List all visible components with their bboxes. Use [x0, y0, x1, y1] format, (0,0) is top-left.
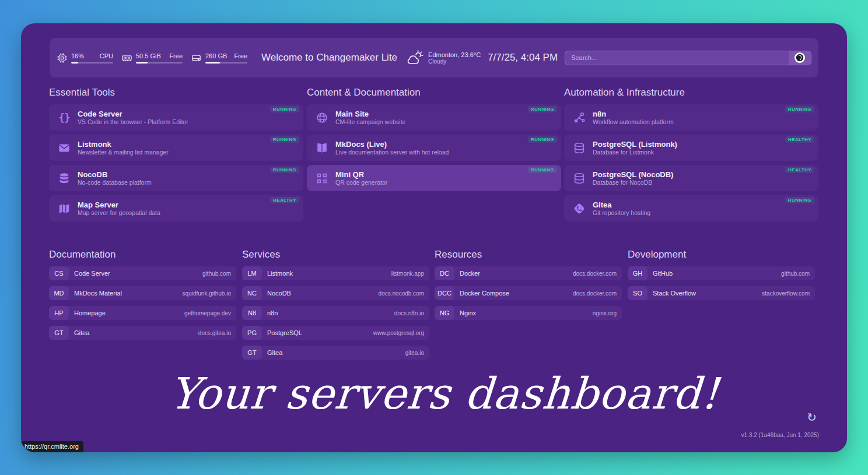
bookmark-url: gitea.io — [405, 350, 424, 356]
service-name: PostgreSQL (NocoDB) — [593, 170, 673, 179]
bookmark-link[interactable]: GHGitHubgithub.com — [628, 266, 815, 280]
search-input[interactable] — [565, 51, 789, 65]
dashboard-window: 16%CPU 50.5 GiBFree 260 GBFree Welcome t… — [21, 23, 847, 452]
service-card-map-server[interactable]: Map Server Map server for geospatial dat… — [49, 195, 303, 221]
memory-stat: 50.5 GiBFree — [121, 52, 183, 64]
bookmark-url: docs.docker.com — [573, 290, 617, 297]
service-description: Newsletter & mailing list manager — [78, 149, 169, 156]
service-name: Gitea — [593, 200, 650, 209]
bookmark-abbr: DCC — [435, 286, 454, 300]
service-name: Main Site — [335, 110, 405, 118]
bookmark-name: Listmonk — [267, 270, 293, 277]
memory-icon — [121, 52, 132, 64]
bookmarks-services: Services LMListmonklistmonk.app NCNocoDB… — [242, 249, 429, 365]
tagline-text: Your servers dashboard! — [168, 368, 641, 418]
bookmark-name: Nginx — [460, 309, 476, 316]
service-description: Database for Listmonk — [593, 149, 677, 156]
service-description: Git repository hosting — [593, 209, 650, 217]
service-card-n8n[interactable]: n8n Workflow automation platform RUNNING — [564, 104, 818, 131]
bookmark-link[interactable]: GTGiteagitea.io — [242, 346, 429, 360]
bookmark-abbr: N8 — [242, 306, 262, 320]
bookmark-link[interactable]: NCNocoDBdocs.nocodb.com — [242, 286, 429, 300]
bookmark-abbr: NC — [242, 286, 262, 300]
bookmarks-development: Development GHGitHubgithub.com SOStack O… — [628, 249, 815, 306]
bookmark-link[interactable]: DCCDocker Composedocs.docker.com — [435, 286, 622, 300]
bookmark-link[interactable]: DCDockerdocs.docker.com — [435, 266, 622, 280]
service-card-listmonk[interactable]: Listmonk Newsletter & mailing list manag… — [49, 135, 303, 161]
bookmark-link[interactable]: PGPostgreSQLwww.postgresql.org — [242, 326, 429, 340]
bookmark-name: Code Server — [74, 270, 110, 277]
bookmark-abbr: DC — [435, 266, 454, 280]
bookmark-link[interactable]: SOStack Overflowstackoverflow.com — [628, 286, 815, 300]
bookmark-link[interactable]: HPHomepagegethomepage.dev — [49, 306, 236, 320]
service-description: Database for NocoDB — [593, 179, 673, 187]
book-icon — [314, 142, 330, 154]
service-name: PostgreSQL (Listmonk) — [593, 140, 677, 149]
memory-value: 50.5 GiB — [136, 52, 161, 59]
bookmark-url: stackoverflow.com — [762, 290, 810, 297]
bookmark-link[interactable]: LMListmonklistmonk.app — [242, 266, 429, 280]
refresh-icon[interactable]: ↻ — [807, 411, 817, 423]
bookmark-url: docs.n8n.io — [394, 310, 424, 316]
service-name: n8n — [593, 110, 674, 118]
service-name: Code Server — [78, 110, 188, 118]
service-description: QR code generator — [335, 179, 387, 187]
bookmark-abbr: MD — [49, 286, 69, 300]
bookmark-name: PostgreSQL — [267, 329, 302, 336]
section-title: Essential Tools — [49, 87, 303, 98]
bookmark-link[interactable]: N8n8ndocs.n8n.io — [242, 306, 429, 320]
bookmark-name: GitHub — [653, 270, 673, 277]
cpu-stat: 16%CPU — [57, 52, 113, 64]
bookmark-name: Docker Compose — [460, 290, 509, 297]
braces-icon: {} — [57, 111, 72, 124]
bookmark-abbr: GT — [242, 346, 262, 360]
bookmark-link[interactable]: CSCode Servergithub.com — [49, 266, 236, 280]
bookmark-url: www.postgresql.org — [373, 330, 424, 336]
section-title: Content & Documentation — [307, 87, 561, 98]
database-icon — [572, 172, 587, 185]
bookmark-abbr: PG — [242, 326, 262, 340]
status-badge: RUNNING — [785, 197, 814, 203]
bookmark-link[interactable]: MDMkDocs Materialsquidfunk.github.io — [49, 286, 236, 300]
service-card-gitea[interactable]: Gitea Git repository hosting RUNNING — [564, 195, 818, 221]
disk-label: Free — [234, 52, 247, 59]
service-description: Map server for geospatial data — [78, 209, 160, 217]
bookmark-abbr: HP — [49, 306, 69, 320]
weather-widget[interactable]: Edmonton, 23.6°C Cloudy — [405, 50, 481, 66]
section-title: Documentation — [49, 249, 236, 260]
database-icon — [57, 172, 72, 185]
bookmark-url: docs.nocodb.com — [379, 290, 424, 297]
status-badge: RUNNING — [270, 167, 299, 173]
service-card-postgres-nocodb[interactable]: PostgreSQL (NocoDB) Database for NocoDB … — [564, 165, 818, 191]
globe-icon — [314, 111, 330, 124]
service-card-mkdocs[interactable]: MkDocs (Live) Live documentation server … — [307, 135, 561, 161]
service-card-main-site[interactable]: Main Site CM-lite campaign website RUNNI… — [307, 104, 561, 131]
bookmark-link[interactable]: GTGiteadocs.gitea.io — [49, 326, 236, 340]
duckduckgo-icon — [794, 52, 805, 63]
service-card-postgres-listmonk[interactable]: PostgreSQL (Listmonk) Database for Listm… — [564, 135, 818, 161]
bookmark-name: NocoDB — [267, 290, 291, 297]
link-preview-tooltip: https://qr.cmlite.org — [21, 441, 83, 452]
bookmark-url: docs.docker.com — [573, 270, 617, 277]
bookmark-name: Homepage — [74, 309, 106, 316]
bookmark-name: Gitea — [267, 349, 282, 356]
bookmark-abbr: CS — [49, 266, 69, 280]
section-automation-infrastructure: Automation & Infrastructure n8n Workflow… — [564, 87, 818, 226]
service-card-mini-qr[interactable]: Mini QR QR code generator RUNNING — [307, 165, 561, 191]
bookmark-abbr: LM — [242, 266, 262, 280]
cpu-icon — [57, 52, 68, 64]
mail-icon — [57, 142, 72, 154]
service-description: CM-lite campaign website — [335, 118, 405, 126]
section-title: Resources — [435, 249, 622, 260]
service-card-nocodb[interactable]: NocoDB No-code database platform RUNNING — [49, 165, 303, 191]
bookmark-link[interactable]: NGNginxnginx.org — [435, 306, 622, 320]
bookmarks-resources: Resources DCDockerdocs.docker.com DCCDoc… — [435, 249, 622, 326]
bookmark-url: squidfunk.github.io — [183, 290, 231, 297]
search-provider-button[interactable] — [789, 51, 811, 65]
bookmark-name: Stack Overflow — [653, 290, 696, 297]
service-card-code-server[interactable]: {} Code Server VS Code in the browser - … — [49, 104, 303, 131]
bookmark-abbr: SO — [628, 286, 648, 300]
status-badge: RUNNING — [528, 106, 557, 112]
bookmark-name: n8n — [267, 309, 278, 316]
bookmark-url: github.com — [781, 270, 810, 277]
